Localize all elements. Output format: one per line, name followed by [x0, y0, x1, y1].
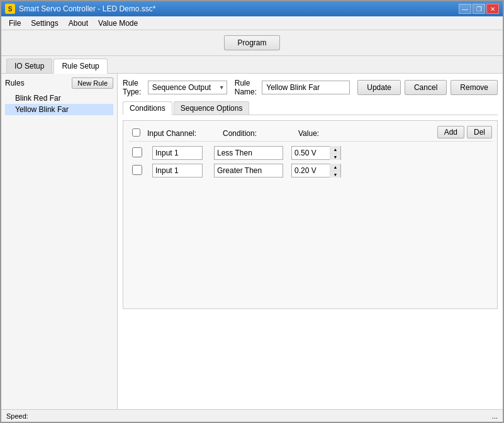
title-bar: S Smart Servo Controller - LED Demo.ssc*…	[1, 1, 503, 16]
rule-header: Rule Type: Sequence Output Digital Outpu…	[123, 79, 498, 96]
table-row: Input 1 Input 2 Input 3 Less Then Greate…	[128, 162, 492, 179]
conditions-toolbar: Add Del	[437, 126, 492, 138]
tab-rule-setup[interactable]: Rule Setup	[53, 59, 107, 74]
row1-spin-up[interactable]: ▲	[330, 146, 340, 153]
sidebar: Rules New Rule Blink Red Far Yellow Blin…	[1, 74, 118, 410]
rule-list: Blink Red Far Yellow Blink Far	[5, 93, 113, 115]
del-button[interactable]: Del	[467, 126, 492, 138]
rule-name-label: Rule Name:	[235, 79, 258, 96]
row2-condition-dropdown[interactable]: Less Then Greater Then Equal To	[214, 164, 283, 178]
rules-label: Rules	[5, 79, 25, 87]
restore-button[interactable]: ❐	[473, 4, 485, 14]
rule-type-label: Rule Type:	[123, 79, 144, 96]
status-bar: Speed: ...	[1, 409, 503, 422]
col-header-channel: Input Channel:	[147, 129, 223, 138]
col-header-value: Value:	[298, 129, 361, 138]
program-area: Program	[1, 30, 503, 56]
new-rule-button[interactable]: New Rule	[72, 77, 113, 89]
inner-tab-strip: Conditions Sequence Options	[123, 101, 498, 115]
window-title: Smart Servo Controller - LED Demo.ssc*	[19, 4, 155, 13]
right-panel: Rule Type: Sequence Output Digital Outpu…	[118, 74, 503, 410]
conditions-area: Add Del Input Channel: Condition: Value:	[123, 120, 498, 309]
row2-spin-down[interactable]: ▼	[330, 171, 340, 178]
row2-value-spinner: ▲ ▼	[291, 164, 341, 178]
close-button[interactable]: ✕	[486, 4, 499, 14]
rule-type-dropdown[interactable]: Sequence Output Digital Output Analog Ou…	[148, 81, 227, 94]
rule-item-yellow-blink-far[interactable]: Yellow Blink Far	[5, 104, 113, 115]
row2-value-input[interactable]	[292, 164, 330, 177]
menu-about[interactable]: About	[64, 17, 93, 30]
program-button[interactable]: Program	[224, 35, 279, 50]
menu-value-mode[interactable]: Value Mode	[93, 17, 143, 30]
table-row: Input 1 Input 2 Input 3 Less Then Greate…	[128, 144, 492, 162]
rule-item-blink-red-far[interactable]: Blink Red Far	[5, 93, 113, 104]
row2-spin-up[interactable]: ▲	[330, 164, 340, 171]
menu-bar: File Settings About Value Mode	[1, 16, 503, 30]
tab-sequence-options[interactable]: Sequence Options	[174, 101, 250, 115]
row1-channel-dropdown[interactable]: Input 1 Input 2 Input 3	[152, 146, 203, 160]
remove-button[interactable]: Remove	[451, 80, 498, 95]
tab-io-setup[interactable]: IO Setup	[6, 59, 52, 73]
tab-conditions[interactable]: Conditions	[123, 101, 172, 115]
main-content: Rules New Rule Blink Red Far Yellow Blin…	[1, 74, 503, 410]
add-button[interactable]: Add	[437, 126, 464, 138]
rule-name-input[interactable]	[262, 81, 350, 94]
row1-value-input[interactable]	[292, 147, 330, 159]
col-header-condition: Condition:	[223, 129, 298, 138]
minimize-button[interactable]: —	[459, 4, 471, 14]
row2-checkbox[interactable]	[132, 165, 142, 175]
row2-channel-dropdown[interactable]: Input 1 Input 2 Input 3	[152, 164, 203, 178]
menu-settings[interactable]: Settings	[26, 17, 63, 30]
row1-spin-down[interactable]: ▼	[330, 153, 340, 160]
status-label: Speed:	[6, 412, 28, 420]
app-icon: S	[5, 4, 15, 14]
cancel-button[interactable]: Cancel	[405, 80, 447, 95]
main-tab-strip: IO Setup Rule Setup	[1, 56, 503, 74]
status-value: ...	[492, 412, 498, 420]
menu-file[interactable]: File	[4, 17, 26, 30]
update-button[interactable]: Update	[357, 80, 401, 95]
header-checkbox[interactable]	[132, 128, 140, 137]
row1-condition-dropdown[interactable]: Less Then Greater Then Equal To	[214, 146, 283, 160]
row1-checkbox[interactable]	[132, 147, 142, 157]
row1-value-spinner: ▲ ▼	[291, 146, 341, 160]
